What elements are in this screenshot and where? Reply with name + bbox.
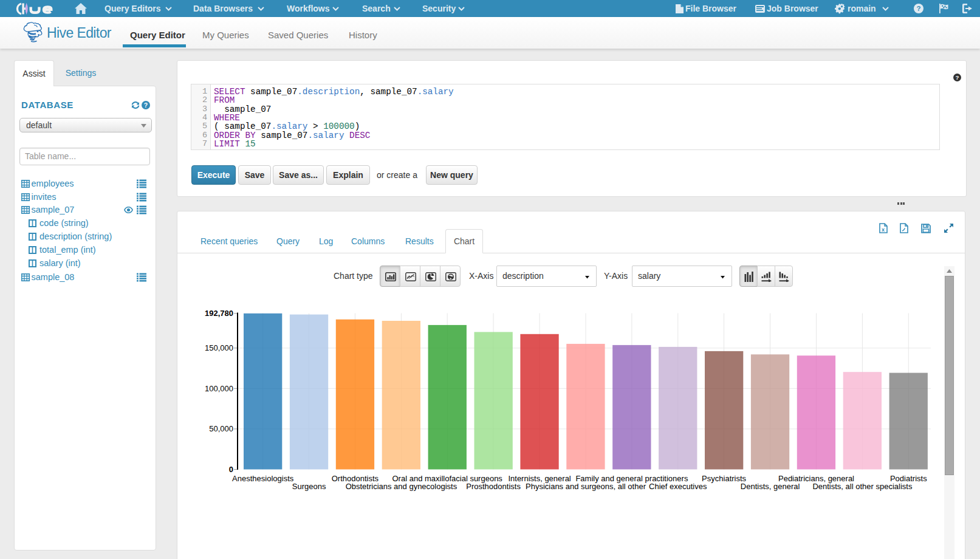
svg-text:100,000: 100,000 <box>205 384 233 393</box>
svg-text:0: 0 <box>229 465 233 474</box>
svg-text:?: ? <box>144 101 148 109</box>
svg-text:Dentists, all other specialist: Dentists, all other specialists <box>812 482 913 491</box>
svg-text:Surgeons: Surgeons <box>292 482 326 491</box>
svg-text:Psychiatrists: Psychiatrists <box>702 474 746 483</box>
svg-text:Chief executives: Chief executives <box>649 482 707 491</box>
svg-text:192,780: 192,780 <box>205 309 233 318</box>
svg-text:Anesthesiologists: Anesthesiologists <box>232 474 294 483</box>
svg-text:150,000: 150,000 <box>205 343 233 352</box>
svg-text:?: ? <box>956 74 959 81</box>
svg-text:?: ? <box>916 5 920 12</box>
svg-text:Dentists, general: Dentists, general <box>741 482 800 491</box>
svg-text:50,000: 50,000 <box>209 424 233 433</box>
svg-text:Prosthodontists: Prosthodontists <box>466 482 521 491</box>
svg-text:Physicians and surgeons, all o: Physicians and surgeons, all other <box>526 482 646 491</box>
svg-text:x: x <box>882 227 885 233</box>
svg-text:Obstetricians and gynecologist: Obstetricians and gynecologists <box>346 482 457 491</box>
